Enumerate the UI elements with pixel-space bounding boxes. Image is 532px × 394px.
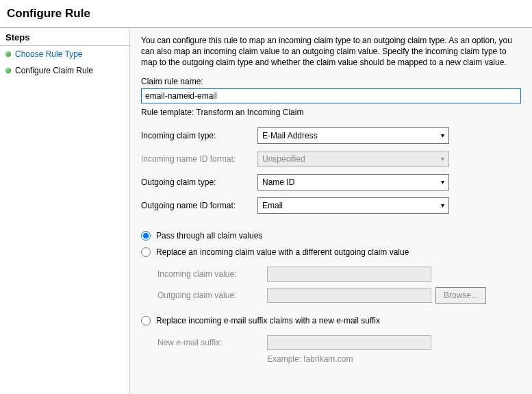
step-label: Configure Claim Rule (15, 66, 93, 75)
select-value: E-Mail Address (262, 131, 318, 140)
browse-button: Browse... (435, 287, 486, 304)
select-value: Unspecified (262, 154, 305, 164)
sidebar-header: Steps (0, 28, 129, 46)
incoming-claim-value-label: Incoming claim value: (157, 264, 267, 284)
main-panel: You can configure this rule to map an in… (130, 28, 532, 394)
claim-rule-name-label: Claim rule name: (141, 77, 521, 86)
radio-label: Pass through all claim values (156, 231, 262, 241)
step-choose-rule-type[interactable]: Choose Rule Type (0, 46, 129, 62)
rule-template-text: Rule template: Transform an Incoming Cla… (141, 108, 521, 117)
radio-label: Replace an incoming claim value with a d… (156, 247, 409, 257)
chevron-down-icon: ▾ (441, 132, 444, 139)
bullet-icon (5, 68, 11, 73)
step-label: Choose Rule Type (15, 49, 83, 59)
incoming-claim-value-input (267, 267, 431, 282)
radio-pass-through[interactable] (141, 231, 151, 241)
radio-replace-suffix[interactable] (141, 316, 151, 325)
chevron-down-icon: ▾ (441, 155, 444, 162)
radio-pass-through-row[interactable]: Pass through all claim values (141, 231, 521, 241)
new-email-suffix-label: New e-mail suffix: (157, 332, 267, 353)
outgoing-nameid-format-select[interactable]: Email ▾ (257, 197, 449, 214)
incoming-claim-type-select[interactable]: E-Mail Address ▾ (257, 127, 449, 144)
outgoing-claim-value-input (267, 288, 431, 303)
step-configure-claim-rule[interactable]: Configure Claim Rule (0, 62, 129, 79)
intro-text: You can configure this rule to map an in… (141, 35, 521, 69)
incoming-nameid-format-label: Incoming name ID format: (141, 147, 257, 171)
select-value: Name ID (262, 177, 294, 187)
window-title: Configure Rule (0, 0, 532, 27)
select-value: Email (262, 201, 283, 210)
chevron-down-icon: ▾ (441, 178, 444, 186)
incoming-nameid-format-select: Unspecified ▾ (257, 151, 449, 167)
chevron-down-icon: ▾ (441, 201, 444, 209)
claim-rule-name-input[interactable] (141, 88, 521, 103)
suffix-example-text: Example: fabrikam.com (267, 354, 521, 364)
outgoing-claim-type-select[interactable]: Name ID ▾ (257, 174, 449, 190)
radio-label: Replace incoming e-mail suffix claims wi… (156, 316, 380, 325)
radio-replace-value[interactable] (141, 247, 151, 257)
outgoing-claim-type-label: Outgoing claim type: (141, 171, 257, 194)
bullet-icon (5, 51, 11, 57)
outgoing-nameid-format-label: Outgoing name ID format: (141, 194, 257, 217)
steps-sidebar: Steps Choose Rule Type Configure Claim R… (0, 28, 130, 394)
radio-replace-suffix-row[interactable]: Replace incoming e-mail suffix claims wi… (141, 316, 521, 325)
incoming-claim-type-label: Incoming claim type: (141, 124, 257, 147)
radio-replace-value-row[interactable]: Replace an incoming claim value with a d… (141, 247, 521, 257)
outgoing-claim-value-label: Outgoing claim value: (157, 284, 267, 306)
new-email-suffix-input (267, 335, 431, 350)
